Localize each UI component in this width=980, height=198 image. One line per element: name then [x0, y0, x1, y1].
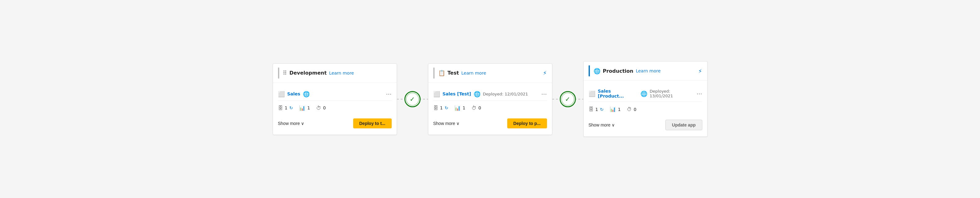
stat-chart-value-development: 1 — [307, 105, 310, 110]
stat-speedometer-production: ⏱ 0 — [627, 106, 636, 112]
stat-chart-production: 📊 1 — [610, 106, 620, 112]
speedometer-icon-test: ⏱ — [471, 105, 476, 111]
stage-card-test: 📋 Test Learn more ⚡ ⬜ Sales [Test] 🌐 Dep… — [428, 64, 552, 135]
workspace-row-test: ⬜ Sales [Test] 🌐 Deployed: 12/01/2021 ⋯ — [433, 88, 547, 101]
workspace-deployed-test: Deployed: 12/01/2021 — [483, 92, 528, 96]
workspace-screen-icon-development: ⬜ — [278, 91, 285, 97]
database-icon-development: 🗄 — [278, 105, 283, 111]
check-icon-2: ✓ — [565, 96, 570, 103]
refresh-icon-development[interactable]: ↻ — [289, 105, 293, 110]
chart-icon-development: 📊 — [299, 105, 305, 111]
show-more-button-development[interactable]: Show more ∨ — [278, 120, 304, 127]
workspace-globe-icon-development: 🌐 — [303, 91, 310, 97]
database-icon-production: 🗄 — [589, 106, 593, 112]
stat-database-production: 🗄 1 ↻ — [589, 106, 604, 112]
stage-card-production: 🌐 Production Learn more ⚡ ⬜ Sales [Produ… — [583, 61, 708, 137]
chart-icon-test: 📊 — [455, 105, 461, 111]
show-more-button-test[interactable]: Show more ∨ — [433, 120, 460, 127]
stat-database-test: 🗄 1 ↻ — [433, 105, 449, 111]
connector-1: ✓ — [397, 91, 428, 107]
stats-row-development: 🗄 1 ↻ 📊 1 ⏱ 0 — [278, 101, 392, 115]
workspace-name-test[interactable]: Sales [Test] — [442, 91, 471, 96]
connector-circle-inner-2: ✓ — [561, 93, 574, 106]
stat-chart-test: 📊 1 — [455, 105, 465, 111]
stage-border-production — [589, 65, 590, 77]
actions-row-test: Show more ∨ Deploy to p... — [433, 115, 547, 129]
stat-database-development: 🗄 1 ↻ — [278, 105, 293, 111]
connector-circle-2: ✓ — [560, 91, 576, 107]
chart-icon-production: 📊 — [610, 106, 616, 112]
stage-title-production: Production — [603, 68, 633, 74]
stage-header-production: 🌐 Production Learn more ⚡ — [584, 62, 707, 80]
stat-speedometer-value-test: 0 — [478, 105, 481, 110]
stat-speedometer-development: ⏱ 0 — [316, 105, 326, 111]
workspace-name-production[interactable]: Sales [Product... — [598, 89, 638, 99]
workspace-globe-icon-production: 🌐 — [641, 91, 648, 97]
show-more-button-production[interactable]: Show more ∨ — [589, 121, 615, 129]
stage-header-test: 📋 Test Learn more ⚡ — [428, 64, 552, 83]
stats-row-production: 🗄 1 ↻ 📊 1 ⏱ 0 — [589, 102, 702, 117]
update-button-production: Update app — [665, 120, 702, 130]
workspace-deployed-production: Deployed: 13/01/2021 — [650, 89, 694, 98]
stat-chart-value-test: 1 — [463, 105, 465, 110]
deploy-button-test[interactable]: Deploy to p... — [507, 118, 547, 128]
workspace-menu-development[interactable]: ⋯ — [386, 91, 392, 97]
refresh-icon-production[interactable]: ↻ — [600, 107, 603, 112]
speedometer-icon-production: ⏱ — [627, 106, 632, 112]
lightning-icon-test[interactable]: ⚡ — [543, 70, 547, 76]
stat-speedometer-value-development: 0 — [323, 105, 326, 110]
workspace-screen-icon-test: ⬜ — [433, 91, 440, 97]
check-icon-1: ✓ — [410, 96, 415, 103]
stat-speedometer-value-production: 0 — [634, 107, 636, 112]
learn-more-link-development[interactable]: Learn more — [329, 70, 354, 75]
stat-chart-value-production: 1 — [618, 107, 620, 112]
stage-border-test — [433, 67, 434, 79]
production-globe-icon: 🌐 — [593, 68, 600, 74]
database-icon-test: 🗄 — [433, 105, 438, 111]
actions-row-production: Show more ∨ Update app — [589, 117, 702, 131]
connector-2: ✓ — [552, 91, 583, 107]
stage-body-production: ⬜ Sales [Product... 🌐 Deployed: 13/01/20… — [584, 80, 707, 136]
learn-more-link-production[interactable]: Learn more — [636, 69, 661, 73]
stage-body-development: ⬜ Sales 🌐 ⋯ 🗄 1 ↻ 📊 1 ⏱ 0 — [273, 83, 397, 134]
learn-more-link-test[interactable]: Learn more — [461, 70, 486, 75]
stage-border-development — [278, 67, 279, 79]
workspace-menu-production[interactable]: ⋯ — [697, 91, 702, 97]
speedometer-icon-development: ⏱ — [316, 105, 321, 111]
connector-circle-1: ✓ — [404, 91, 421, 107]
test-stage-icon: 📋 — [438, 70, 445, 76]
stage-card-development: ⠿ Development Learn more ⬜ Sales 🌐 ⋯ 🗄 1… — [273, 64, 397, 135]
stat-database-value-test: 1 — [440, 105, 443, 110]
workspace-globe-icon-test: 🌐 — [474, 91, 480, 97]
refresh-icon-test[interactable]: ↻ — [444, 105, 448, 110]
lightning-icon-production[interactable]: ⚡ — [698, 68, 702, 74]
development-stage-icon: ⠿ — [283, 70, 287, 76]
stat-chart-development: 📊 1 — [299, 105, 310, 111]
workspace-menu-test[interactable]: ⋯ — [541, 91, 547, 97]
stat-speedometer-test: ⏱ 0 — [471, 105, 481, 111]
workspace-name-development[interactable]: Sales — [287, 91, 301, 96]
stat-database-value-development: 1 — [285, 105, 288, 110]
stage-title-test: Test — [448, 70, 459, 76]
stats-row-test: 🗄 1 ↻ 📊 1 ⏱ 0 — [433, 101, 547, 115]
workspace-screen-icon-production: ⬜ — [589, 91, 595, 97]
stage-title-development: Development — [290, 70, 327, 76]
stage-header-development: ⠿ Development Learn more — [273, 64, 397, 83]
stat-database-value-production: 1 — [595, 107, 598, 112]
workspace-row-development: ⬜ Sales 🌐 ⋯ — [278, 88, 392, 101]
pipeline-container: ⠿ Development Learn more ⬜ Sales 🌐 ⋯ 🗄 1… — [273, 61, 708, 137]
actions-row-development: Show more ∨ Deploy to t... — [278, 115, 392, 129]
workspace-row-production: ⬜ Sales [Product... 🌐 Deployed: 13/01/20… — [589, 85, 702, 102]
deploy-button-development[interactable]: Deploy to t... — [353, 118, 392, 128]
stage-body-test: ⬜ Sales [Test] 🌐 Deployed: 12/01/2021 ⋯ … — [428, 83, 552, 134]
connector-circle-inner-1: ✓ — [406, 93, 419, 106]
